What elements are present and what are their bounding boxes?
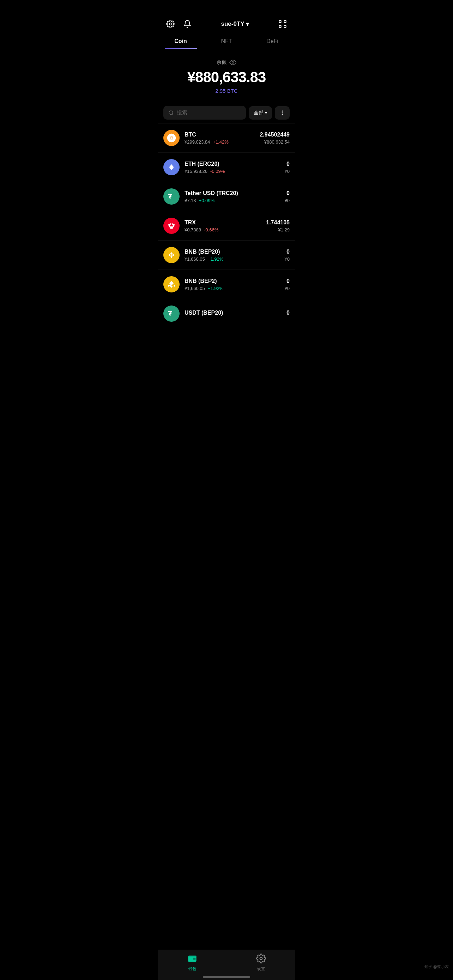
bnb-bep2-name: BNB (BEP2) <box>184 278 280 284</box>
trx-name: TRX <box>184 220 261 226</box>
btc-change: +1.42% <box>213 139 228 145</box>
trx-balance: 1.744105 ¥1.29 <box>266 220 290 232</box>
bnb-bep20-info: BNB (BEP20) ¥1,660.05 +1.92% <box>184 249 280 262</box>
usdt-bep20-amount: 0 <box>286 310 290 316</box>
bnb-bep20-price: ¥1,660.05 <box>184 256 205 262</box>
usdt-trc-icon: ₮ <box>163 188 180 205</box>
trx-amount: 1.744105 <box>266 220 290 226</box>
balance-amount: ¥880,633.83 <box>165 69 288 86</box>
coin-list: BTC ¥299,023.84 +1.42% 2.94502449 ¥880,6… <box>158 123 295 326</box>
eth-value: ¥0 <box>285 169 290 174</box>
tabs: Coin NFT DeFi <box>158 34 295 49</box>
btc-balance: 2.94502449 ¥880,632.54 <box>260 132 290 145</box>
svg-rect-25 <box>171 255 172 255</box>
bnb-bep20-icon <box>163 247 180 263</box>
coin-item-usdt-trc20[interactable]: ₮ Tether USD (TRC20) ¥7.13 +0.09% 0 ¥0 <box>158 182 295 211</box>
search-placeholder: 搜索 <box>177 109 188 116</box>
tab-defi[interactable]: DeFi <box>250 34 295 49</box>
btc-amount: 2.94502449 <box>260 132 290 138</box>
search-bar: 搜索 全部 ▾ <box>158 102 295 123</box>
svg-rect-1 <box>279 21 281 22</box>
btc-price: ¥299,023.84 <box>184 139 210 145</box>
btc-price-row: ¥299,023.84 +1.42% <box>184 139 255 145</box>
eth-change: -0.09% <box>210 169 225 174</box>
eth-price: ¥15,938.26 <box>184 169 207 174</box>
search-icon <box>168 110 174 116</box>
usdt-trc-info: Tether USD (TRC20) ¥7.13 +0.09% <box>184 190 280 203</box>
balance-section: 余额 ¥880,633.83 2.95 BTC <box>158 49 295 102</box>
tab-nft[interactable]: NFT <box>203 34 250 49</box>
usdt-trc-value: ¥0 <box>285 198 290 203</box>
svg-marker-29 <box>168 284 169 287</box>
trx-info: TRX ¥0.7388 -0.66% <box>184 220 261 232</box>
coin-item-bnb-bep2[interactable]: BNB (BEP2) ¥1,660.05 +1.92% 0 ¥0 <box>158 270 295 299</box>
more-icon <box>279 110 285 116</box>
coin-item-eth[interactable]: ETH (ERC20) ¥15,938.26 -0.09% 0 ¥0 <box>158 153 295 182</box>
svg-marker-22 <box>168 254 171 256</box>
bnb-bep2-info: BNB (BEP2) ¥1,660.05 +1.92% <box>184 278 280 291</box>
coin-item-bnb-bep20[interactable]: BNB (BEP20) ¥1,660.05 +1.92% 0 ¥0 <box>158 240 295 270</box>
eth-balance: 0 ¥0 <box>285 161 290 174</box>
bnb-bep20-name: BNB (BEP20) <box>184 249 280 255</box>
svg-line-10 <box>172 114 173 115</box>
usdt-trc-price: ¥7.13 <box>184 198 196 203</box>
usdt-trc-balance: 0 ¥0 <box>285 190 290 203</box>
notification-icon[interactable] <box>182 18 193 30</box>
svg-marker-28 <box>174 284 175 287</box>
btc-info: BTC ¥299,023.84 +1.42% <box>184 132 255 145</box>
svg-rect-3 <box>279 25 281 27</box>
usdt-trc-price-row: ¥7.13 +0.09% <box>184 198 280 203</box>
top-nav: sue-0TY ▾ <box>158 16 295 34</box>
search-input-wrapper[interactable]: 搜索 <box>163 106 246 119</box>
usdt-trc-name: Tether USD (TRC20) <box>184 190 280 196</box>
eth-icon <box>163 159 180 175</box>
bnb-bep2-price-row: ¥1,660.05 +1.92% <box>184 286 280 291</box>
account-name: sue-0TY <box>221 21 244 27</box>
coin-item-trx[interactable]: TRX ¥0.7388 -0.66% 1.744105 ¥1.29 <box>158 211 295 240</box>
usdt-trc-amount: 0 <box>285 190 290 196</box>
bnb-bep2-value: ¥0 <box>285 286 290 291</box>
svg-point-13 <box>282 114 283 115</box>
eth-price-row: ¥15,938.26 -0.09% <box>184 169 280 174</box>
svg-marker-23 <box>172 254 175 256</box>
more-options-button[interactable] <box>275 106 290 119</box>
usdt-bep20-icon: ₮ <box>163 305 180 322</box>
trx-price: ¥0.7388 <box>184 227 201 232</box>
bnb-bep20-price-row: ¥1,660.05 +1.92% <box>184 256 280 262</box>
btc-name: BTC <box>184 132 255 138</box>
usdt-trc-change: +0.09% <box>199 198 215 203</box>
svg-point-12 <box>282 112 283 113</box>
bnb-bep2-icon <box>163 276 180 293</box>
svg-rect-2 <box>284 21 286 22</box>
bnb-bep20-amount: 0 <box>285 249 290 255</box>
account-selector[interactable]: sue-0TY ▾ <box>221 21 249 28</box>
trx-icon <box>163 218 180 234</box>
coin-item-usdt-bep20[interactable]: ₮ USDT (BEP20) 0 <box>158 299 295 326</box>
chevron-down-icon: ▾ <box>265 110 267 115</box>
chevron-down-icon: ▾ <box>246 21 249 28</box>
coin-item-btc[interactable]: BTC ¥299,023.84 +1.42% 2.94502449 ¥880,6… <box>158 124 295 153</box>
filter-button[interactable]: 全部 ▾ <box>249 106 272 119</box>
btc-value: ¥880,632.54 <box>260 139 290 145</box>
btc-icon <box>163 130 180 146</box>
eth-name: ETH (ERC20) <box>184 161 280 167</box>
svg-point-0 <box>169 23 172 25</box>
usdt-bep20-name: USDT (BEP20) <box>184 310 281 316</box>
settings-icon[interactable] <box>165 18 176 30</box>
bnb-bep20-value: ¥0 <box>285 256 290 262</box>
eth-info: ETH (ERC20) ¥15,938.26 -0.09% <box>184 161 280 174</box>
top-nav-left <box>165 18 193 30</box>
bnb-bep2-balance: 0 ¥0 <box>285 278 290 291</box>
svg-marker-21 <box>170 252 173 255</box>
svg-point-8 <box>232 62 234 64</box>
tab-coin[interactable]: Coin <box>158 34 203 49</box>
trx-price-row: ¥0.7388 -0.66% <box>184 227 261 232</box>
usdt-bep20-info: USDT (BEP20) <box>184 310 281 318</box>
svg-text:₮: ₮ <box>168 193 172 200</box>
bnb-bep20-change: +1.92% <box>208 256 223 262</box>
trx-value: ¥1.29 <box>266 227 290 232</box>
usdt-bep20-balance: 0 <box>286 310 290 318</box>
balance-btc: 2.95 BTC <box>165 88 288 94</box>
svg-text:₮: ₮ <box>168 310 172 318</box>
scan-icon[interactable] <box>277 18 288 30</box>
